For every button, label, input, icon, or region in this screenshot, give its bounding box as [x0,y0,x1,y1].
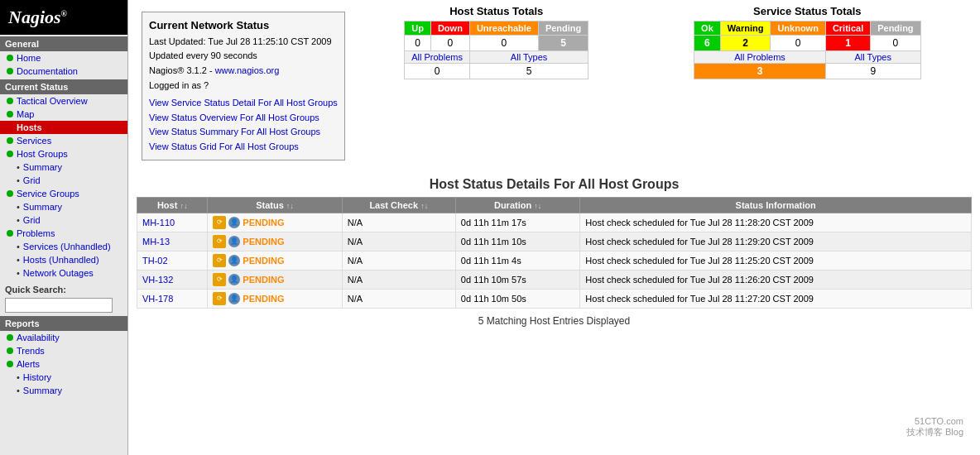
person-icon: 👤 [228,236,240,247]
infobox-website-link[interactable]: www.nagios.org [215,65,280,75]
sidebar-item-sg-summary[interactable]: Summary [0,200,127,213]
sidebar-item-alerts[interactable]: Alerts [0,357,127,371]
last-check-cell: N/A [342,270,455,289]
link-status-grid[interactable]: View Status Grid For All Host Groups [149,140,338,155]
host-all-types-link[interactable]: All Types [511,52,547,62]
alerts-label: Alerts [17,359,40,369]
map-label: Map [17,109,34,119]
sidebar-item-map[interactable]: Map [0,108,127,121]
svc-th-ok[interactable]: Ok [694,22,721,36]
status-text: PENDING [243,237,284,247]
sidebar-item-service-groups[interactable]: Service Groups [0,187,127,200]
col-last-check[interactable]: Last Check ↑↓ [342,197,455,213]
logo-reg: ® [61,9,67,18]
host-th-pending[interactable]: Pending [538,22,588,36]
host-all-problems-link[interactable]: All Problems [411,52,463,62]
svc-th-critical[interactable]: Critical [825,22,870,36]
sidebar-item-hg-grid[interactable]: Grid [0,174,127,187]
svc-th-warning[interactable]: Warning [720,22,771,36]
sidebar-item-problems-services[interactable]: Services (Unhandled) [0,240,127,253]
map-dot [7,111,13,117]
sidebar-item-sg-grid[interactable]: Grid [0,213,127,227]
duration-cell: 0d 11h 10m 50s [455,289,579,308]
link-status-overview[interactable]: View Status Overview For All Host Groups [149,111,338,126]
svc-all-problems-link[interactable]: All Problems [734,52,785,62]
host-th-down[interactable]: Down [430,22,469,36]
hg-summary-label: Summary [23,162,62,172]
hg-dot [7,151,13,157]
sidebar-item-problems[interactable]: Problems [0,227,127,240]
host-details-area: Host Status Details For All Host Groups … [137,170,972,333]
sidebar-item-documentation[interactable]: Documentation [0,65,127,78]
sidebar-item-alerts-history[interactable]: History [0,371,127,384]
sidebar-item-services[interactable]: Services [0,134,127,147]
status-text: PENDING [243,294,284,304]
doc-label: Documentation [17,66,78,76]
status-info-cell: Host check scheduled for Tue Jul 28 11:2… [580,232,972,251]
sidebar-item-availability[interactable]: Availability [0,331,127,344]
service-totals-title: Service Status Totals [694,5,920,17]
infobox-title: Current Network Status [149,17,338,35]
status-info-cell: Host check scheduled for Tue Jul 28 11:2… [580,289,972,308]
sidebar-item-problems-hosts[interactable]: Hosts (Unhandled) [0,253,127,266]
host-link[interactable]: MH-110 [142,218,175,228]
link-service-status[interactable]: View Service Status Detail For All Host … [149,96,338,111]
pending-icon: ⟳ [213,216,226,229]
host-link[interactable]: VH-178 [142,294,173,304]
service-totals-table: Ok Warning Unknown Critical Pending 6 2 … [694,21,920,79]
general-section-header: General [0,36,127,51]
logo-area: Nagios® [0,0,127,35]
svc-th-unknown[interactable]: Unknown [771,22,826,36]
host-sort-arrow: ↑↓ [180,202,187,210]
svc-all-types-link[interactable]: All Types [855,52,891,62]
col-status[interactable]: Status ↑↓ [208,197,342,213]
host-th-up[interactable]: Up [405,22,431,36]
host-th-unreachable[interactable]: Unreachable [469,22,538,36]
availability-label: Availability [17,333,60,342]
last-check-cell: N/A [342,213,455,232]
host-details-table: Host ↑↓ Status ↑↓ Last Check ↑↓ Duration… [137,197,972,309]
sidebar: Nagios® General Home Documentation Curre… [0,0,128,455]
status-text: PENDING [243,256,284,266]
home-label: Home [17,53,41,63]
col-host[interactable]: Host ↑↓ [137,197,208,213]
services-label: Services [17,136,51,146]
sidebar-item-home[interactable]: Home [0,51,127,65]
sidebar-item-hg-summary[interactable]: Summary [0,160,127,174]
status-info-cell: Host check scheduled for Tue Jul 28 11:2… [580,270,972,289]
svc-val-warning: 2 [720,36,771,51]
host-status-cell: ⟳ 👤 PENDING [208,251,342,270]
sidebar-item-hosts[interactable]: Hosts [0,121,127,134]
info-box: Current Network Status Last Updated: Tue… [142,12,345,160]
svc-th-pending[interactable]: Pending [871,22,920,36]
sidebar-item-host-groups[interactable]: Host Groups [0,147,127,160]
sidebar-item-alerts-summary[interactable]: Summary [0,384,127,397]
network-outages-label: Network Outages [23,268,94,278]
sidebar-item-network-outages[interactable]: Network Outages [0,266,127,280]
quick-search-input[interactable] [5,298,113,313]
infobox-last-updated: Last Updated: Tue Jul 28 11:25:10 CST 20… [149,35,338,50]
sidebar-item-tactical-overview[interactable]: Tactical Overview [0,94,127,108]
host-link[interactable]: MH-13 [142,237,170,247]
table-row: MH-13 ⟳ 👤 PENDING N/A0d 11h 11m 10sHost … [137,232,972,251]
host-link[interactable]: TH-02 [142,256,168,266]
host-link[interactable]: VH-132 [142,275,173,285]
pending-icon: ⟳ [213,254,226,267]
link-status-summary[interactable]: View Status Summary For All Host Groups [149,125,338,140]
tactical-dot [7,98,13,104]
services-dot [7,137,13,144]
host-details-title: Host Status Details For All Host Groups [137,170,972,197]
quick-search-label: Quick Search: [0,280,127,296]
problems-dot [7,230,13,237]
host-totals-title: Host Status Totals [404,5,588,17]
sg-summary-label: Summary [23,202,62,212]
logo-name: Nagios [8,7,61,27]
infobox-version: Nagios® 3.1.2 - www.nagios.org [149,64,338,79]
col-duration[interactable]: Duration ↑↓ [455,197,579,213]
sg-grid-label: Grid [23,215,41,225]
status-totals-area: Host Status Totals Up Down Unreachable P… [352,5,973,79]
problems-services-label: Services (Unhandled) [23,242,111,251]
sidebar-item-trends[interactable]: Trends [0,344,127,357]
status-info-cell: Host check scheduled for Tue Jul 28 11:2… [580,213,972,232]
reports-section-header: Reports [0,316,127,331]
